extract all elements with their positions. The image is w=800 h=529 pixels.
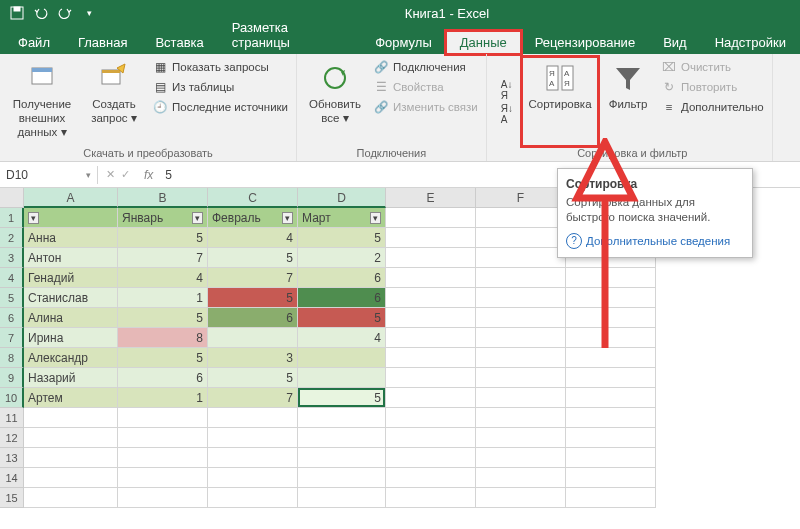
- empty-cell[interactable]: [24, 428, 118, 448]
- row-head-9[interactable]: 9: [0, 368, 24, 388]
- empty-cell[interactable]: [386, 268, 476, 288]
- empty-cell[interactable]: [566, 388, 656, 408]
- cell-C5[interactable]: 5: [208, 288, 298, 308]
- empty-cell[interactable]: [118, 408, 208, 428]
- from-table-button[interactable]: ▤Из таблицы: [150, 78, 290, 96]
- empty-cell[interactable]: [386, 348, 476, 368]
- empty-cell[interactable]: [476, 468, 566, 488]
- empty-cell[interactable]: [476, 228, 566, 248]
- cell-A7[interactable]: Ирина: [24, 328, 118, 348]
- redo-icon[interactable]: [54, 2, 76, 24]
- empty-cell[interactable]: [298, 488, 386, 508]
- cell-D4[interactable]: 6: [298, 268, 386, 288]
- empty-cell[interactable]: [208, 408, 298, 428]
- row-head-11[interactable]: 11: [0, 408, 24, 428]
- empty-cell[interactable]: [24, 448, 118, 468]
- cell-B6[interactable]: 5: [118, 308, 208, 328]
- cell-B8[interactable]: 5: [118, 348, 208, 368]
- empty-cell[interactable]: [566, 288, 656, 308]
- empty-cell[interactable]: [24, 468, 118, 488]
- empty-cell[interactable]: [386, 448, 476, 468]
- save-icon[interactable]: [6, 2, 28, 24]
- cell-D2[interactable]: 5: [298, 228, 386, 248]
- empty-cell[interactable]: [298, 428, 386, 448]
- cell-C10[interactable]: 7: [208, 388, 298, 408]
- col-head-A[interactable]: A: [24, 188, 118, 208]
- row-head-12[interactable]: 12: [0, 428, 24, 448]
- cell-D3[interactable]: 2: [298, 248, 386, 268]
- empty-cell[interactable]: [566, 308, 656, 328]
- row-head-8[interactable]: 8: [0, 348, 24, 368]
- row-head-13[interactable]: 13: [0, 448, 24, 468]
- empty-cell[interactable]: [386, 468, 476, 488]
- cell-C2[interactable]: 4: [208, 228, 298, 248]
- cell-C4[interactable]: 7: [208, 268, 298, 288]
- cell-A3[interactable]: Антон: [24, 248, 118, 268]
- row-head-3[interactable]: 3: [0, 248, 24, 268]
- empty-cell[interactable]: [386, 328, 476, 348]
- connections-button[interactable]: 🔗Подключения: [371, 58, 480, 76]
- row-head-4[interactable]: 4: [0, 268, 24, 288]
- tab-page-layout[interactable]: Разметка страницы: [218, 16, 361, 54]
- row-head-5[interactable]: 5: [0, 288, 24, 308]
- empty-cell[interactable]: [386, 308, 476, 328]
- empty-cell[interactable]: [476, 408, 566, 428]
- cell-B10[interactable]: 1: [118, 388, 208, 408]
- cell-C3[interactable]: 5: [208, 248, 298, 268]
- empty-cell[interactable]: [208, 428, 298, 448]
- cell-D7[interactable]: 4: [298, 328, 386, 348]
- empty-cell[interactable]: [386, 208, 476, 228]
- cell-B2[interactable]: 5: [118, 228, 208, 248]
- cell-A9[interactable]: Назарий: [24, 368, 118, 388]
- cell-D9[interactable]: [298, 368, 386, 388]
- row-head-7[interactable]: 7: [0, 328, 24, 348]
- cell-D6[interactable]: 5: [298, 308, 386, 328]
- cell-C6[interactable]: 6: [208, 308, 298, 328]
- table-header-3[interactable]: Март: [298, 208, 386, 228]
- show-queries-button[interactable]: ▦Показать запросы: [150, 58, 290, 76]
- tab-insert[interactable]: Вставка: [141, 31, 217, 54]
- tab-review[interactable]: Рецензирование: [521, 31, 649, 54]
- row-head-6[interactable]: 6: [0, 308, 24, 328]
- empty-cell[interactable]: [476, 488, 566, 508]
- empty-cell[interactable]: [208, 448, 298, 468]
- col-head-D[interactable]: D: [298, 188, 386, 208]
- cell-A6[interactable]: Алина: [24, 308, 118, 328]
- empty-cell[interactable]: [298, 408, 386, 428]
- empty-cell[interactable]: [118, 448, 208, 468]
- empty-cell[interactable]: [298, 468, 386, 488]
- recent-sources-button[interactable]: 🕘Последние источники: [150, 98, 290, 116]
- tooltip-help-link[interactable]: Дополнительные сведения: [566, 233, 744, 249]
- empty-cell[interactable]: [118, 468, 208, 488]
- cell-A8[interactable]: Александр: [24, 348, 118, 368]
- empty-cell[interactable]: [386, 248, 476, 268]
- empty-cell[interactable]: [566, 468, 656, 488]
- empty-cell[interactable]: [566, 408, 656, 428]
- get-external-data-button[interactable]: Получение внешних данных ▾: [6, 58, 78, 145]
- empty-cell[interactable]: [386, 488, 476, 508]
- tab-view[interactable]: Вид: [649, 31, 701, 54]
- fx-icon[interactable]: fx: [138, 168, 159, 182]
- cell-C7[interactable]: [208, 328, 298, 348]
- qat-more-icon[interactable]: ▾: [78, 2, 100, 24]
- cell-B5[interactable]: 1: [118, 288, 208, 308]
- empty-cell[interactable]: [208, 468, 298, 488]
- empty-cell[interactable]: [24, 488, 118, 508]
- col-head-C[interactable]: C: [208, 188, 298, 208]
- row-head-15[interactable]: 15: [0, 488, 24, 508]
- col-head-E[interactable]: E: [386, 188, 476, 208]
- tab-data[interactable]: Данные: [446, 31, 521, 54]
- name-box[interactable]: D10▾: [0, 166, 98, 184]
- col-head-F[interactable]: F: [476, 188, 566, 208]
- empty-cell[interactable]: [476, 248, 566, 268]
- cell-B4[interactable]: 4: [118, 268, 208, 288]
- advanced-filter-button[interactable]: ≡Дополнительно: [659, 98, 766, 116]
- sort-desc-button[interactable]: Я↓A: [499, 102, 515, 126]
- empty-cell[interactable]: [476, 428, 566, 448]
- select-all-corner[interactable]: [0, 188, 24, 208]
- tab-formulas[interactable]: Формулы: [361, 31, 446, 54]
- empty-cell[interactable]: [566, 488, 656, 508]
- empty-cell[interactable]: [386, 368, 476, 388]
- col-head-B[interactable]: B: [118, 188, 208, 208]
- cell-A5[interactable]: Станислав: [24, 288, 118, 308]
